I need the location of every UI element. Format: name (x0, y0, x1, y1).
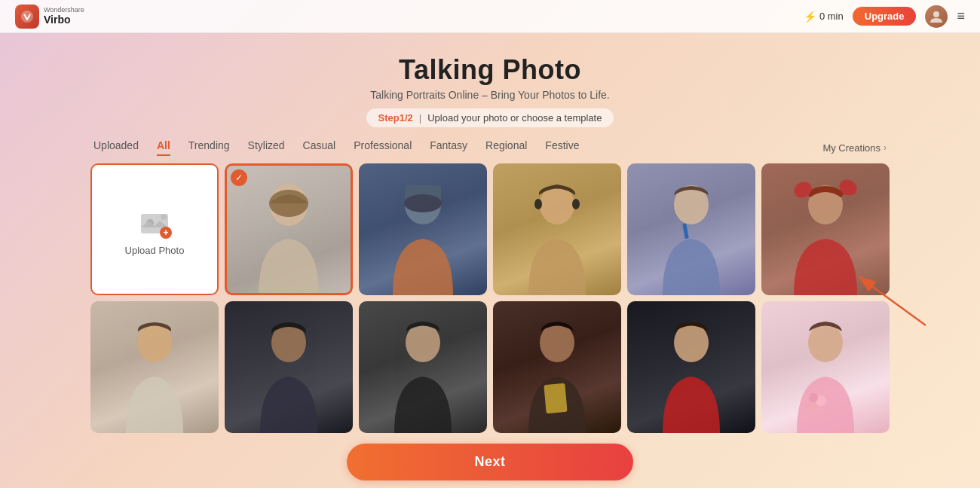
svg-point-4 (161, 214, 167, 220)
svg-point-0 (21, 11, 33, 23)
tab-trending[interactable]: Trending (188, 139, 230, 156)
app-name: Virbo (44, 14, 84, 26)
selected-check-icon: ✓ (231, 169, 247, 186)
header-right: ⚡ 0 min Upgrade ≡ (804, 5, 965, 28)
tab-uploaded[interactable]: Uploaded (93, 139, 139, 156)
svg-point-23 (674, 323, 709, 362)
tab-stylized[interactable]: Stylized (248, 139, 285, 156)
photo-item-1[interactable]: ✓ (225, 163, 353, 295)
step-description: Upload your photo or choose a template (427, 112, 602, 124)
photo-grid: + Upload Photo ✓ (90, 163, 890, 433)
svg-point-12 (572, 199, 580, 209)
svg-point-11 (534, 199, 542, 209)
svg-point-21 (540, 323, 574, 362)
tab-fantasy[interactable]: Fantasy (430, 139, 467, 156)
svg-point-1 (933, 11, 939, 17)
my-creations-label: My Creations (822, 142, 880, 154)
tab-festive[interactable]: Festive (545, 139, 579, 156)
svg-point-5 (270, 184, 308, 226)
chevron-right-icon: › (884, 142, 887, 153)
upload-photo-cell[interactable]: + Upload Photo (90, 163, 219, 295)
page-subtitle: Talking Portraits Online – Bring Your Ph… (370, 89, 610, 101)
tab-regional[interactable]: Regional (485, 139, 527, 156)
menu-icon[interactable]: ≡ (957, 8, 965, 24)
svg-rect-14 (682, 224, 688, 239)
coin-badge: ⚡ 0 min (804, 11, 844, 23)
logo-icon (15, 5, 39, 29)
main-content: Talking Photo Talking Portraits Online –… (0, 33, 980, 480)
my-creations-link[interactable]: My Creations › (822, 142, 887, 154)
photo-item-8[interactable] (359, 301, 487, 433)
tab-all[interactable]: All (157, 139, 170, 156)
photo-item-4[interactable] (627, 163, 755, 295)
next-button-wrapper: Next (90, 444, 890, 480)
tab-casual[interactable]: Casual (303, 139, 336, 156)
photo-item-2[interactable] (359, 163, 487, 295)
app-header: Wondershare Virbo ⚡ 0 min Upgrade ≡ (0, 0, 980, 33)
upload-icon: + (136, 203, 173, 240)
step-label: Step1/2 (378, 112, 413, 124)
next-button[interactable]: Next (347, 444, 633, 480)
svg-point-18 (137, 323, 172, 362)
step-divider: | (419, 112, 421, 124)
page-title: Talking Photo (399, 54, 581, 86)
step-bar: Step1/2 | Upload your photo or choose a … (366, 108, 614, 127)
coin-count: 0 min (819, 11, 844, 22)
user-avatar[interactable] (925, 5, 948, 28)
svg-point-24 (808, 323, 843, 362)
photo-item-7[interactable] (225, 301, 353, 433)
coin-icon: ⚡ (804, 11, 816, 23)
tabs-left: Uploaded All Trending Stylized Casual Pr… (93, 139, 579, 156)
svg-point-9 (404, 194, 442, 212)
upgrade-button[interactable]: Upgrade (853, 7, 917, 26)
svg-point-6 (269, 190, 308, 217)
photo-item-3[interactable] (493, 163, 621, 295)
photo-item-6[interactable] (90, 301, 219, 433)
tabs-row: Uploaded All Trending Stylized Casual Pr… (90, 139, 890, 156)
logo-text: Wondershare Virbo (44, 7, 84, 26)
upload-plus-icon: + (160, 227, 172, 239)
logo-area: Wondershare Virbo (15, 5, 84, 29)
photo-item-10[interactable] (627, 301, 755, 433)
photo-item-5[interactable] (761, 163, 890, 295)
tab-professional[interactable]: Professional (354, 139, 412, 156)
svg-point-27 (809, 393, 818, 402)
svg-rect-22 (544, 383, 567, 413)
photo-item-11[interactable] (761, 301, 890, 433)
upload-label: Upload Photo (125, 245, 185, 256)
svg-point-20 (406, 323, 440, 362)
photo-item-9[interactable] (493, 301, 621, 433)
